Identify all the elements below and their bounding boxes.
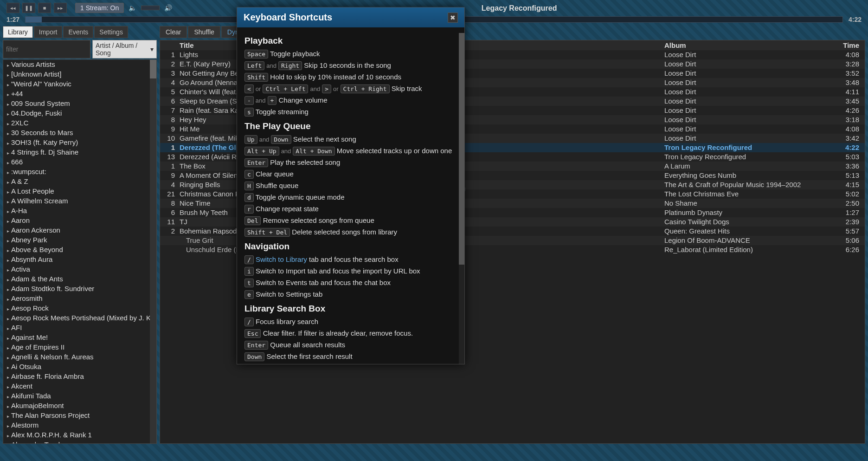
shuffle-button[interactable]: Shuffle (188, 26, 220, 38)
artist-item[interactable]: "Weird Al" Yankovic (3, 79, 156, 89)
artist-item[interactable]: Alexander Turok (3, 440, 156, 444)
filter-input[interactable] (3, 40, 90, 58)
shortcut-desc: Toggle streaming (256, 108, 309, 116)
col-album[interactable]: Album (664, 41, 836, 49)
key: + (268, 96, 277, 105)
col-time[interactable]: Time (836, 41, 865, 49)
artist-item[interactable]: [Unknown Artist] (3, 70, 156, 79)
modal-scrollbar[interactable] (459, 33, 464, 364)
key: > (322, 84, 331, 93)
shortcut-line: c Clear queue (244, 169, 457, 180)
prev-button[interactable]: ◂◂ (6, 3, 19, 13)
key: - (244, 96, 254, 105)
key: Right (278, 61, 302, 70)
artist-item[interactable]: 2XLC (3, 118, 156, 128)
artist-item[interactable]: Aesop Rock (3, 304, 156, 313)
artist-item[interactable]: 4 Strings ft. Dj Shaine (3, 148, 156, 157)
artist-item[interactable]: Abney Park (3, 235, 156, 245)
key: Down (271, 135, 291, 144)
shortcut-desc: Clear queue (256, 170, 294, 178)
clear-button[interactable]: Clear (160, 26, 187, 38)
volume-slider[interactable] (141, 6, 160, 10)
key: Shift + Del (244, 228, 290, 237)
shortcut-desc: Toggle dynamic queue mode (256, 193, 345, 201)
tab-events[interactable]: Events (63, 26, 93, 38)
volume-down-icon[interactable]: 🔈 (127, 4, 138, 12)
artist-item[interactable]: 04.Dodge, Fuski (3, 109, 156, 118)
key: H (244, 182, 254, 190)
shortcut-line: Enter Play the selected song (244, 157, 457, 168)
artist-item[interactable]: :wumpscut: (3, 167, 156, 177)
artist-item[interactable]: Absynth Aura (3, 255, 156, 265)
artist-item[interactable]: Various Artists (3, 60, 156, 70)
artist-item[interactable]: 009 Sound System (3, 99, 156, 109)
key: Shift (244, 73, 268, 82)
artist-item[interactable]: Alestorm (3, 421, 156, 430)
artist-item[interactable]: Alex M.O.R.P.H. & Rank 1 (3, 430, 156, 440)
artist-item[interactable]: Activa (3, 265, 156, 274)
shortcut-line: UpandDown Select the next song (244, 134, 457, 145)
artist-item[interactable]: Ai Otsuka (3, 362, 156, 372)
artist-item[interactable]: The Alan Parsons Project (3, 411, 156, 421)
artist-item[interactable]: A Lost People (3, 187, 156, 196)
shortcuts-modal: Keyboard Shortcuts ✖ PlaybackSpace Toggl… (237, 7, 465, 364)
shortcut-link[interactable]: Switch to Library (256, 255, 307, 263)
key: c (244, 170, 254, 179)
shortcut-line: -and+ Change volume (244, 95, 457, 106)
artist-item[interactable]: Agnelli & Nelson ft. Aureas (3, 352, 156, 362)
artist-item[interactable]: AFI (3, 323, 156, 333)
volume-up-icon[interactable]: 🔊 (162, 4, 174, 12)
pause-button[interactable]: ❚❚ (22, 3, 35, 13)
tab-library[interactable]: Library (3, 26, 33, 38)
artist-item[interactable]: Above & Beyond (3, 245, 156, 255)
shortcut-line: <orCtrl + Leftand>orCtrl + Right Skip tr… (244, 84, 457, 94)
section-heading: Library Search Box (244, 304, 457, 314)
shortcut-line: Shift + Del Delete selected songs from l… (244, 227, 457, 238)
scrollbar[interactable] (150, 60, 156, 443)
artist-item[interactable]: Adam Stodtko ft. Sundriver (3, 284, 156, 294)
shortcut-line: r Change repeat state (244, 204, 457, 214)
artist-item[interactable]: Aerosmith (3, 294, 156, 304)
shortcut-line: d Toggle dynamic queue mode (244, 192, 457, 203)
shortcut-line: Space Toggle playback (244, 49, 457, 59)
stream-toggle[interactable]: 1 Stream: On (75, 3, 124, 13)
key: Down (244, 352, 264, 361)
artist-item[interactable]: AkumajoBelmont (3, 401, 156, 411)
artist-item[interactable]: 3OH!3 (ft. Katy Perry) (3, 138, 156, 148)
artist-item[interactable]: A-Ha (3, 206, 156, 216)
artist-item[interactable]: Aesop Rock Meets Portishead (Mixed by J.… (3, 313, 156, 323)
artist-list[interactable]: Various Artists[Unknown Artist]"Weird Al… (3, 59, 157, 444)
shortcut-desc: Switch to Settings tab (256, 290, 322, 298)
shortcut-line: t Switch to Events tab and focus the cha… (244, 278, 457, 288)
shortcut-line: Down Select the first search result (244, 351, 457, 362)
artist-item[interactable]: Airbase ft. Floria Ambra (3, 372, 156, 382)
artist-item[interactable]: Aaron Ackerson (3, 226, 156, 235)
shortcut-line: i Switch to Import tab and focus the imp… (244, 266, 457, 277)
stop-button[interactable]: ■ (38, 3, 51, 13)
shortcut-line: s Toggle streaming (244, 107, 457, 117)
next-button[interactable]: ▸▸ (54, 3, 67, 13)
artist-item[interactable]: 30 Seconds to Mars (3, 128, 156, 138)
shortcut-desc: Delete selected songs from library (292, 228, 397, 236)
artist-item[interactable]: A & Z (3, 177, 156, 187)
artist-item[interactable]: 666 (3, 157, 156, 167)
artist-item[interactable]: Aaron (3, 216, 156, 226)
tab-settings[interactable]: Settings (94, 26, 128, 38)
key: e (244, 290, 254, 299)
close-button[interactable]: ✖ (448, 13, 458, 23)
shortcut-desc: Clear filter. If filter is already clear… (263, 329, 413, 337)
artist-item[interactable]: A Wilhelm Scream (3, 196, 156, 206)
sort-dropdown[interactable]: Artist / Album / Song ▾ (92, 40, 157, 58)
tab-import[interactable]: Import (34, 26, 63, 38)
chevron-down-icon: ▾ (150, 45, 154, 53)
key: s (244, 108, 254, 117)
artist-item[interactable]: Akifumi Tada (3, 391, 156, 401)
key: Ctrl + Right (341, 84, 390, 93)
artist-item[interactable]: Akcent (3, 382, 156, 391)
artist-item[interactable]: Adam & the Ants (3, 274, 156, 284)
artist-item[interactable]: +44 (3, 89, 156, 99)
shortcut-desc: Skip 10 seconds in the song (304, 61, 391, 69)
artist-item[interactable]: Age of Empires II (3, 343, 156, 352)
shortcut-desc: Change volume (279, 96, 328, 104)
artist-item[interactable]: Against Me! (3, 333, 156, 343)
